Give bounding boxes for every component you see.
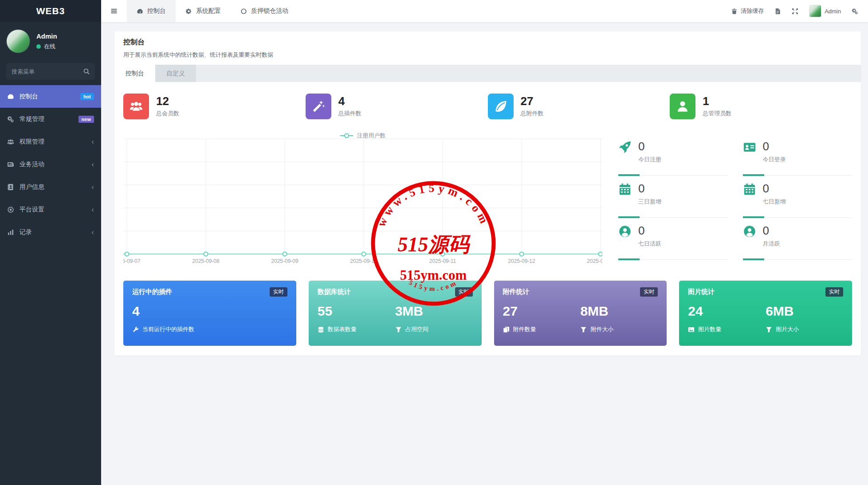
fullscreen-icon: [792, 8, 798, 15]
stat-label: 总会员数: [156, 110, 179, 117]
gears-icon: [7, 116, 14, 123]
user-menu[interactable]: Admin: [809, 5, 841, 17]
online-dot-icon: [36, 44, 41, 49]
stat-value: 4: [338, 95, 361, 107]
newspaper-icon: [7, 161, 14, 168]
topbar-tab-label: 控制台: [147, 7, 166, 15]
metric-value: 8MB: [580, 304, 658, 319]
topbar-tab-label: 质押锁仓活动: [251, 7, 288, 15]
new-badge: new: [79, 116, 94, 123]
stat-total-plugins: 4 总插件数: [306, 94, 488, 119]
fullscreen-button[interactable]: [792, 8, 798, 15]
summary-cards: 运行中的插件 实时 4 当前运行中的插件数 数据库统计 实时: [123, 281, 852, 346]
sidebar: WEB3 Admin 在线 控制台 hot 常规管理 new 权限管理 ‹: [0, 0, 101, 485]
docs-button[interactable]: [774, 8, 781, 15]
quick-stat-7day-new: 0 七日新增: [743, 176, 852, 218]
metric-label: 占用空间: [405, 325, 428, 333]
person-icon: [670, 94, 695, 119]
chevron-left-icon: ‹: [91, 160, 94, 168]
sidebar-item-platform[interactable]: 平台设置 ‹: [0, 198, 101, 221]
sidebar-menu: 控制台 hot 常规管理 new 权限管理 ‹ 业务活动 ‹ 用户信息 ‹ 平台…: [0, 85, 101, 243]
card-running-plugins: 运行中的插件 实时 4 当前运行中的插件数: [123, 281, 296, 346]
user-avatar[interactable]: [6, 29, 30, 53]
sidebar-item-auth[interactable]: 权限管理 ‹: [0, 130, 101, 153]
svg-text:2025-09-12: 2025-09-12: [508, 258, 535, 264]
sidebar-item-label: 控制台: [20, 93, 38, 101]
svg-text:2025-09-09: 2025-09-09: [271, 258, 298, 264]
settings-button[interactable]: [852, 8, 858, 15]
database-icon: [318, 326, 324, 333]
card-metric: 55 数据表数量: [318, 304, 395, 333]
quick-stat-value: 0: [763, 141, 786, 152]
metric-label: 当前运行中的插件数: [142, 325, 194, 333]
stat-value: 27: [521, 95, 544, 107]
sidebar-item-console[interactable]: 控制台 hot: [0, 85, 101, 108]
menu-search-input[interactable]: [6, 63, 95, 80]
quick-stat-value: 0: [638, 183, 661, 194]
members-icon: [123, 94, 149, 119]
sidebar-item-activity[interactable]: 业务活动 ‹: [0, 153, 101, 176]
topbar-tab-label: 系统配置: [196, 7, 221, 15]
search-icon: [83, 68, 90, 75]
quick-stat-label: 三日新增: [638, 198, 661, 206]
legend-label: 注册用户数: [357, 132, 386, 140]
chevron-left-icon: ‹: [91, 138, 94, 145]
line-chart: 2025-09-072025-09-082025-09-092025-09-10…: [123, 133, 602, 266]
stat-label: 总附件数: [521, 110, 544, 117]
quick-stat-label: 今日登录: [763, 156, 786, 164]
gauge-icon: [7, 93, 14, 100]
card-metric: 4 当前运行中的插件数: [132, 304, 287, 333]
stat-total-attachments: 27 总附件数: [488, 94, 670, 119]
metric-label: 图片数量: [698, 325, 721, 333]
realtime-badge: 实时: [825, 287, 843, 297]
topbar-tab-console[interactable]: 控制台: [127, 0, 176, 22]
metric-label: 图片大小: [776, 325, 799, 333]
sidebar-item-userinfo[interactable]: 用户信息 ‹: [0, 176, 101, 198]
stat-value: 12: [156, 95, 179, 107]
app-logo: WEB3: [0, 0, 101, 22]
quick-stat-value: 0: [763, 225, 780, 236]
metric-value: 6MB: [766, 304, 843, 319]
stat-total-members: 12 总会员数: [123, 94, 306, 119]
user-status: 在线: [36, 43, 57, 51]
copy-icon: [503, 326, 510, 333]
id-card-icon: [743, 141, 756, 164]
topbar-actions: 清除缓存 Admin: [731, 0, 868, 22]
chevron-left-icon: ‹: [91, 183, 94, 191]
topbar-tab-staking[interactable]: 质押锁仓活动: [231, 0, 298, 22]
tab-custom[interactable]: 自定义: [155, 65, 196, 82]
sidebar-item-general[interactable]: 常规管理 new: [0, 108, 101, 130]
bar-chart-icon: [7, 229, 14, 236]
realtime-badge: 实时: [640, 287, 658, 297]
sidebar-item-records[interactable]: 记录 ‹: [0, 221, 101, 243]
sidebar-item-label: 业务活动: [20, 160, 44, 168]
metric-label: 附件数量: [513, 325, 536, 333]
stat-value: 1: [703, 95, 731, 107]
dot-circle-icon: [7, 206, 14, 213]
svg-text:2025-09-07: 2025-09-07: [123, 258, 141, 264]
chart-legend[interactable]: 注册用户数: [340, 132, 386, 140]
sidebar-item-label: 平台设置: [20, 206, 44, 214]
filter-icon: [766, 326, 772, 333]
quick-stat-7day-active: 0 七日活跃: [618, 218, 728, 260]
user-circle-icon: [743, 225, 756, 248]
users-icon: [7, 138, 14, 145]
user-name: Admin: [36, 32, 57, 40]
tab-console[interactable]: 控制台: [114, 65, 155, 82]
quick-stat-label: 七日活跃: [638, 240, 661, 248]
panel-tabs: 控制台 自定义: [114, 65, 861, 82]
card-database-stats: 数据库统计 实时 55 数据表数量 3MB: [309, 281, 482, 346]
address-book-icon: [7, 184, 14, 191]
quick-stat-value: 0: [638, 141, 661, 152]
gear-icon: [185, 8, 192, 15]
quick-stat-today-register: 0 今日注册: [618, 133, 728, 176]
middle-row: 注册用户数 2025-09-072025-09-082025-09-092025…: [123, 133, 852, 266]
hot-badge: hot: [80, 93, 94, 100]
quick-stat-value: 0: [638, 225, 661, 236]
clear-cache-button[interactable]: 清除缓存: [731, 7, 764, 15]
menu-toggle-button[interactable]: [101, 0, 127, 22]
metric-label: 附件大小: [590, 325, 613, 333]
card-attachment-stats: 附件统计 实时 27 附件数量 8MB: [494, 281, 667, 346]
topbar-tab-sysconfig[interactable]: 系统配置: [176, 0, 231, 22]
filter-icon: [395, 326, 402, 333]
